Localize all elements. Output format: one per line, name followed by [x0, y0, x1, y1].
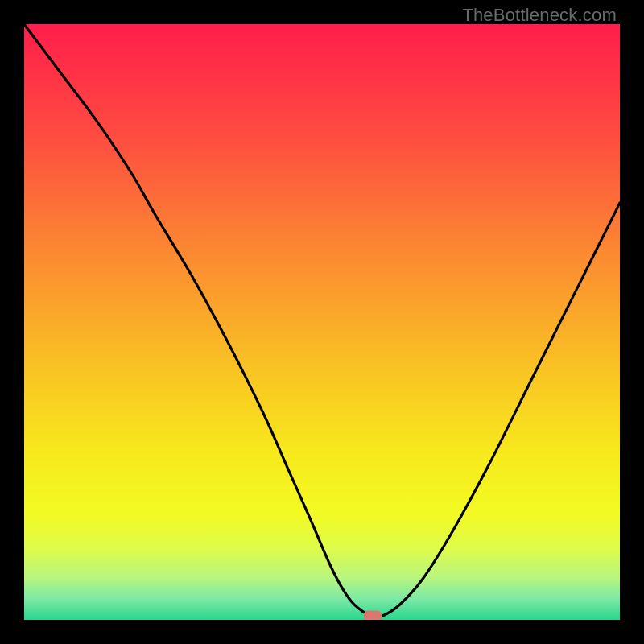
plot-area	[24, 24, 620, 620]
chart-svg	[24, 24, 620, 620]
chart-frame: TheBottleneck.com	[0, 0, 644, 644]
optimal-marker	[364, 611, 382, 620]
watermark-text: TheBottleneck.com	[462, 5, 617, 26]
gradient-bg	[24, 24, 620, 620]
